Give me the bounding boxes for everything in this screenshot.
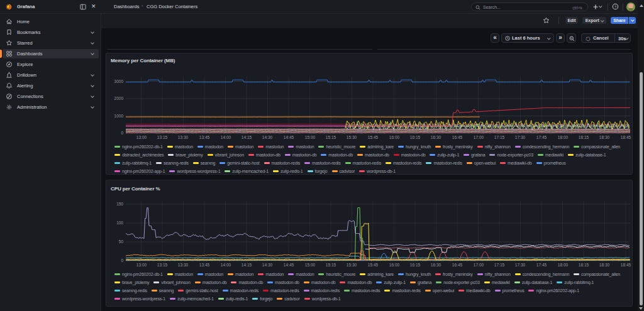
svg-text:?: ? (614, 5, 616, 9)
